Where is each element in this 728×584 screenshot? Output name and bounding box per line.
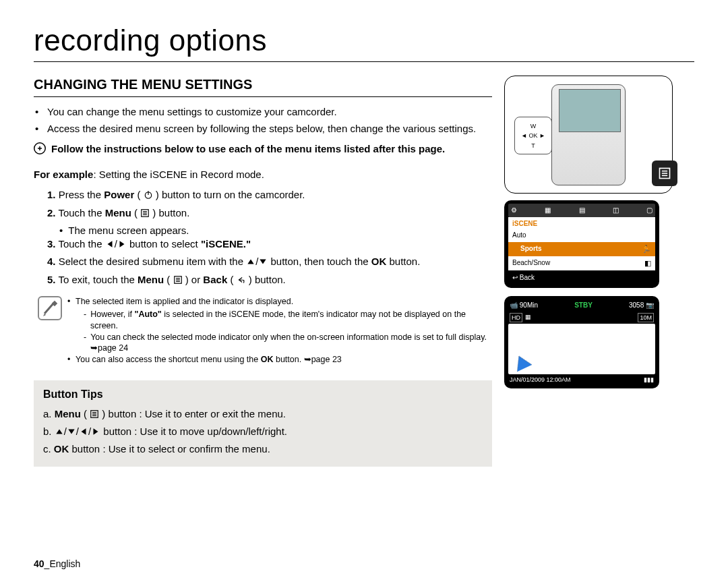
t: Back — [520, 274, 535, 281]
down-triangle-icon — [258, 257, 268, 266]
t: Back — [203, 274, 227, 285]
t: c. — [43, 443, 54, 455]
back-icon — [237, 275, 246, 285]
menu-top-tabs: ⚙ ▦ ▤ ◫ ▢ — [508, 204, 655, 217]
grid-icon: ▦ — [525, 313, 531, 322]
left-triangle-icon — [105, 239, 115, 249]
rec-count: 3058 📷 — [629, 301, 654, 310]
t: 90Min — [520, 301, 538, 309]
step-4: 4. Select the desired submenu item with … — [47, 255, 492, 268]
tab-icon: ▢ — [646, 206, 653, 215]
datetime: JAN/01/2009 12:00AM — [510, 376, 571, 384]
note-sub: You can check the selected mode indicato… — [75, 332, 492, 355]
example-line: For example: Setting the iSCENE in Recor… — [34, 168, 492, 181]
battery-icon: ▮▮▮ — [644, 376, 654, 384]
t: Menu — [105, 207, 131, 218]
precheck-text: Follow the instructions below to use eac… — [51, 142, 445, 156]
steps-list: 1. Press the Power ( ) button to turn on… — [34, 188, 492, 287]
t: Power — [104, 189, 134, 200]
t: OK — [371, 256, 387, 267]
t: Press the — [59, 189, 104, 200]
t: ) button to turn on the camcorder. — [153, 189, 305, 200]
menu-item-auto: Auto — [508, 229, 655, 242]
t: Sports — [520, 245, 542, 252]
right-triangle-icon — [91, 427, 100, 436]
t: a. — [43, 408, 55, 419]
t: ) or — [183, 274, 204, 285]
t: Touch the — [58, 207, 104, 218]
t: button : Use it to move up/down/left/rig… — [100, 426, 287, 437]
t: button : Use it to select or confirm the… — [69, 443, 270, 455]
record-screen-preview: 📹 90Min STBY 3058 📷 HD ▦ 10M JAN/01/2009… — [504, 296, 659, 388]
page-footer: 40_English — [34, 558, 80, 571]
size-icon: 10M — [638, 313, 654, 322]
note-item: You can also access the shortcut menu us… — [75, 354, 492, 366]
t: 3058 — [629, 301, 644, 309]
hd-icon: HD — [510, 313, 522, 322]
t: ( — [131, 207, 140, 218]
t: OK — [54, 443, 69, 455]
t: ) button. — [246, 274, 286, 285]
section-heading: CHANGING THE MENU SETTINGS — [34, 76, 492, 97]
step-3: 3. Touch the / button to select "iSCENE.… — [47, 237, 492, 251]
intro-list: You can change the menu settings to cust… — [34, 105, 492, 136]
t: ) button. — [150, 207, 189, 218]
precheck-note: Follow the instructions below to use eac… — [34, 142, 492, 156]
t: However, if — [90, 310, 134, 319]
tip-b: b. /// button : Use it to move up/down/l… — [43, 425, 483, 438]
note-icon — [38, 296, 62, 320]
viewfinder — [508, 324, 655, 374]
precheck-arrow-icon — [34, 142, 46, 154]
menu-screen-preview: ⚙ ▦ ▤ ◫ ▢ iSCENE Auto ✔Sports🏃 Beach/Sno… — [504, 200, 659, 288]
left-triangle-icon — [79, 427, 88, 436]
camcorder-illustration — [551, 84, 626, 185]
step-5: 5. To exit, touch the Menu ( ) or Back (… — [47, 273, 492, 287]
menu-icon — [140, 208, 150, 218]
menu-item-sports: ✔Sports🏃 — [508, 242, 655, 256]
t: button, then touch the — [268, 256, 371, 267]
tab-icon: ▦ — [545, 206, 551, 215]
t: OK — [261, 355, 274, 364]
tab-icon: ◫ — [613, 206, 619, 215]
t: ( — [134, 189, 143, 200]
gear-icon: ⚙ — [511, 206, 517, 215]
tip-a: a. Menu ( ) button : Use it to enter or … — [43, 407, 483, 421]
note-item: The selected item is applied and the ind… — [75, 296, 492, 308]
page-lang: English — [49, 558, 80, 569]
t: button to select — [127, 238, 201, 250]
up-triangle-icon — [246, 257, 255, 266]
t: ( — [227, 274, 236, 285]
t: ( — [164, 274, 173, 285]
dpad-illustration — [514, 117, 552, 154]
t: b. — [43, 426, 55, 437]
step-1: 1. Press the Power ( ) button to turn on… — [47, 188, 492, 202]
menu-badge-icon — [652, 160, 677, 186]
example-label: For example — [34, 169, 93, 180]
beach-icon: ◧ — [644, 258, 651, 268]
menu-icon — [90, 409, 99, 419]
note-block: The selected item is applied and the ind… — [34, 296, 492, 367]
t: button. ➥page 23 — [273, 355, 341, 364]
t: "iSCENE." — [201, 238, 251, 250]
example-text: : Setting the iSCENE in Record mode. — [93, 169, 264, 180]
t: Menu — [55, 408, 81, 419]
menu-item-beachsnow: Beach/Snow◧ — [508, 256, 655, 270]
t: To exit, touch the — [58, 274, 138, 285]
tab-icon: ▤ — [579, 206, 585, 215]
menu-icon — [173, 275, 183, 285]
step-2-sub: The menu screen appears. — [47, 224, 492, 237]
intro-item: Access the desired menu screen by follow… — [47, 122, 492, 136]
step-2: 2. Touch the Menu ( ) button. — [47, 206, 492, 220]
tips-title: Button Tips — [43, 387, 483, 402]
runner-icon: 🏃 — [642, 244, 651, 254]
t: ) button : Use it to enter or exit the m… — [99, 408, 286, 419]
intro-item: You can change the menu settings to cust… — [47, 105, 492, 119]
iscene-label: iSCENE — [508, 217, 655, 229]
t: Beach/Snow — [512, 258, 550, 268]
stby-label: STBY — [574, 301, 593, 310]
button-tips-box: Button Tips a. Menu ( ) button : Use it … — [34, 380, 492, 467]
device-illustration — [504, 76, 673, 194]
note-sub: However, if "Auto" is selected in the iS… — [75, 309, 492, 332]
t: Touch the — [58, 238, 104, 250]
up-triangle-icon — [55, 427, 64, 436]
